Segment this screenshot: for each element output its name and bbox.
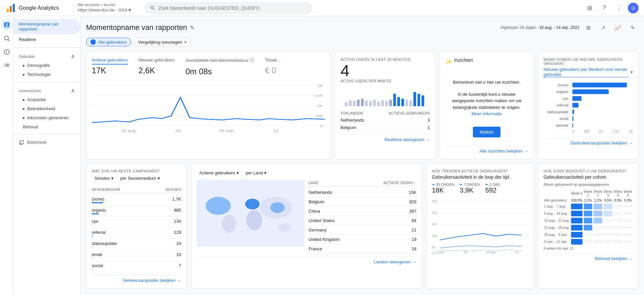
table-row: social 7 bbox=[92, 261, 181, 272]
sidebar-item-bibliotheek[interactable]: Bibliotheek bbox=[13, 137, 80, 148]
new-users-dropdown-icon[interactable]: ▾ bbox=[631, 70, 633, 75]
map-card: Actieve gebruikers ▾ per Land ▾ bbox=[191, 163, 422, 289]
svg-text:12: 12 bbox=[515, 251, 519, 254]
svg-rect-30 bbox=[389, 100, 392, 106]
campaigns-table-header: SESSIEMEDIUM SESSIES bbox=[92, 186, 181, 193]
sidebar-section-levenscyclus-label: Levenscyclus bbox=[19, 89, 41, 93]
top-cards-row: Actieve gebruikers 17K Nieuwe gebruikers… bbox=[86, 52, 639, 159]
realtime-row-belgium: Belgium 1 bbox=[340, 124, 430, 131]
nav-icon-activity[interactable] bbox=[1, 46, 13, 58]
table-row: statusupdate 24 bbox=[92, 239, 181, 250]
filter-all-users-icon bbox=[90, 39, 96, 45]
realtime-footer-link[interactable]: Realtime weergeven → bbox=[385, 137, 430, 142]
sidebar-item-snapshots[interactable]: Momentopname van rapporten bbox=[13, 19, 80, 34]
insight-button[interactable]: 📈 bbox=[612, 22, 624, 34]
bar-label: website bbox=[544, 123, 570, 127]
map-selector2[interactable]: per Land ▾ bbox=[243, 169, 269, 177]
header-actions: ⊞ ? ⋮ U bbox=[583, 2, 639, 14]
svg-line-4 bbox=[8, 40, 9, 41]
account-url: https://www.duo.be - GA4 ▾ bbox=[78, 7, 140, 13]
realtime-chart-label: ACTIVE USERS PER MINUTE bbox=[340, 79, 430, 83]
map-table-body: Netherlands 15K Belgium 929 China 397 Un… bbox=[309, 188, 416, 254]
main-content: Momentopname van rapporten ✎ Afgelopen 2… bbox=[81, 16, 644, 295]
search-bar[interactable] bbox=[145, 2, 313, 14]
sidebar-sub-behoud[interactable]: Behoud bbox=[13, 122, 80, 131]
cohort-subtitle: Gebruikersactiviteit per cohort bbox=[544, 174, 633, 180]
sidebar-section-gebruiker[interactable]: Gebruiker ∧ bbox=[13, 50, 80, 61]
sidebar-sub-acquisitie[interactable]: ▸ Acquisitie bbox=[13, 95, 80, 104]
help-button[interactable]: ? bbox=[598, 2, 610, 14]
realtime-card: ACTIVE USERS IN LAST 30 MINUTES 4 ACTIVE… bbox=[335, 52, 436, 159]
bottom-cards-row: WAT ZIJN UW BESTE CAMPAGNES? Sessies ▾ p… bbox=[86, 163, 639, 289]
sidebar-sub-technologie[interactable]: ▸ Technologie bbox=[13, 70, 80, 79]
bar-fill bbox=[572, 110, 574, 114]
svg-text:1K: 1K bbox=[318, 104, 323, 108]
left-nav-icons bbox=[0, 16, 13, 295]
svg-rect-2 bbox=[13, 4, 15, 12]
realtime-row-netherlands: Netherlands 3 bbox=[340, 117, 430, 124]
nav-icon-list[interactable] bbox=[1, 59, 13, 71]
svg-text:5K: 5K bbox=[432, 245, 436, 249]
campaigns-footer-link[interactable]: Verkeersacquisitie bekijken → bbox=[123, 278, 181, 283]
map-table-row: China 397 bbox=[309, 207, 416, 216]
bar-label: organic bbox=[544, 90, 570, 94]
sidebar-sub-inkomsten[interactable]: ▸ Inkomsten genereren bbox=[13, 113, 80, 122]
bar-label: cpc bbox=[544, 96, 570, 100]
insights-footer-link[interactable]: Alle inzichten bekijken → bbox=[479, 149, 528, 154]
map-footer-link[interactable]: Landen weergeven → bbox=[374, 259, 416, 264]
nav-icon-search[interactable] bbox=[1, 32, 13, 44]
export-button[interactable]: ⊞ bbox=[582, 22, 594, 34]
svg-text:22 aug.: 22 aug. bbox=[121, 129, 137, 133]
svg-rect-26 bbox=[373, 100, 376, 106]
svg-text:12: 12 bbox=[274, 129, 279, 133]
metric-total[interactable]: Totaal... € 0 bbox=[265, 57, 280, 76]
user-avatar[interactable]: U bbox=[628, 3, 639, 13]
apps-button[interactable]: ⊞ bbox=[583, 2, 596, 14]
edit-title-icon[interactable]: ✎ bbox=[190, 25, 194, 31]
row-bar bbox=[92, 247, 92, 248]
account-selector[interactable]: Alle accounts > duo.be https://www.duo.b… bbox=[73, 3, 140, 13]
share-button[interactable]: ↗ bbox=[597, 22, 609, 34]
table-row: (none) 1,7K bbox=[92, 195, 181, 206]
filter-all-users[interactable]: Alle gebruikers bbox=[86, 38, 131, 46]
metric-active-users[interactable]: Actieve gebruikers 17K bbox=[92, 57, 128, 76]
insights-make-button[interactable]: Maken bbox=[473, 127, 500, 137]
bar-label: referral bbox=[544, 103, 570, 107]
metric-engagement[interactable]: Gemiddelde betrokkenheidsduur ⓘ 0m 08s bbox=[186, 57, 254, 76]
campaigns-selector1[interactable]: Sessies ▾ bbox=[92, 174, 116, 182]
new-users-footer-link[interactable]: Gebruikersacquisitie bekijken → bbox=[570, 140, 633, 145]
map-table-row: United Kingdom 19 bbox=[309, 235, 416, 244]
svg-rect-1 bbox=[10, 6, 12, 12]
metric-engagement-value: 0m 08s bbox=[186, 67, 254, 76]
insights-more-link[interactable]: Meer informatie bbox=[472, 111, 502, 116]
nav-icon-reports[interactable] bbox=[1, 19, 13, 31]
sidebar-sub-betrokkenheid[interactable]: ▸ Betrokkenheid bbox=[13, 104, 80, 113]
sidebar-item-realtime[interactable]: Realtime bbox=[13, 34, 80, 45]
bar-label: statusupdate bbox=[544, 110, 570, 114]
filter-compare-plus-icon: + bbox=[184, 40, 187, 45]
campaigns-selector2[interactable]: per Sessiemedium ▾ bbox=[118, 174, 163, 182]
bar-fill bbox=[572, 116, 573, 121]
chevron-up-icon-2: ∧ bbox=[71, 87, 75, 94]
svg-text:25K: 25K bbox=[432, 199, 437, 203]
main-chart-area: 22 aug. 29 05 sep. 12 2K 1,5K 1K 500 0 bbox=[92, 79, 325, 133]
cohort-footer-link[interactable]: Behoud bekijken → bbox=[595, 256, 633, 261]
sidebar-sub-demografie[interactable]: ▸ Demografie bbox=[13, 61, 80, 70]
svg-point-43 bbox=[246, 210, 262, 230]
sidebar-section-levenscyclus[interactable]: Levenscyclus ∧ bbox=[13, 85, 80, 95]
row-bar bbox=[92, 202, 103, 203]
metric-new-users[interactable]: Nieuwe gebruikers 2,6K bbox=[138, 57, 175, 76]
svg-text:2K: 2K bbox=[318, 84, 323, 87]
svg-rect-32 bbox=[397, 97, 400, 106]
bar-fill bbox=[572, 96, 581, 101]
map-selector1[interactable]: Actieve gebruikers ▾ bbox=[197, 169, 242, 177]
filter-compare[interactable]: Vergelijking toevoegen + bbox=[134, 38, 191, 46]
svg-rect-22 bbox=[357, 100, 360, 106]
row-bar bbox=[92, 224, 92, 225]
sidebar-section-gebruiker-label: Gebruiker bbox=[19, 54, 35, 58]
more-button[interactable]: ⋮ bbox=[613, 2, 625, 14]
svg-text:05 sep.: 05 sep. bbox=[486, 251, 496, 254]
customize-button[interactable]: ✎ bbox=[627, 22, 639, 34]
search-input[interactable] bbox=[158, 5, 307, 11]
map-footer: Landen weergeven → bbox=[197, 256, 416, 264]
